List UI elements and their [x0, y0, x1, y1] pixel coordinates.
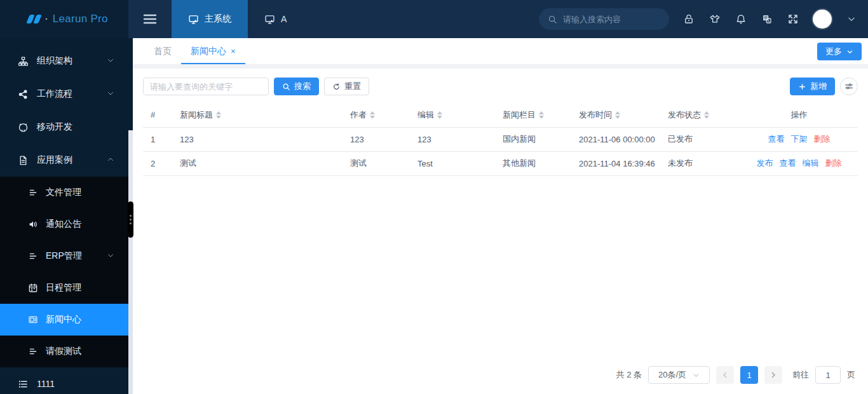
sidebar-drag-handle[interactable]	[128, 201, 133, 238]
column-header-publish_status[interactable]: 发布状态	[660, 103, 740, 127]
column-label: 新闻栏目	[503, 109, 536, 121]
next-page-button[interactable]	[764, 366, 782, 384]
page-tabbar: 首页新闻中心× 更多	[133, 38, 868, 65]
table-header: #新闻标题作者编辑新闻栏目发布时间发布状态操作	[143, 103, 858, 127]
search-icon	[548, 15, 557, 24]
cell-category: 国内新闻	[495, 127, 571, 151]
chevron-down-icon	[846, 48, 853, 55]
calendar-icon	[28, 283, 38, 293]
sidebar-subitem[interactable]: 通知公告	[0, 208, 128, 240]
sidebar-collapse-button[interactable]	[128, 0, 172, 38]
logo-text: Learun Pro	[53, 13, 108, 25]
goto-page-input[interactable]	[815, 366, 841, 384]
sidebar-subitem[interactable]: 新闻中心	[0, 304, 128, 336]
add-button-label: 新增	[810, 81, 827, 92]
notification-bell-icon[interactable]	[735, 13, 747, 25]
global-search-input[interactable]	[563, 15, 660, 24]
app-logo: · Learun Pro	[0, 0, 128, 38]
chevron-right-icon	[770, 371, 777, 379]
sidebar-subitem[interactable]: 日程管理	[0, 272, 128, 304]
column-header-category[interactable]: 新闻栏目	[495, 103, 571, 127]
action-link[interactable]: 查看	[768, 134, 785, 144]
system-tab-1[interactable]: A	[248, 0, 303, 38]
search-button-label: 搜索	[294, 81, 311, 92]
goto-label: 前往	[792, 369, 809, 381]
cell-title: 测试	[172, 151, 342, 175]
more-button[interactable]: 更多	[817, 43, 862, 60]
keyword-input[interactable]	[143, 78, 269, 95]
topbar-actions: 中A	[539, 0, 868, 38]
column-label: 发布时间	[579, 109, 612, 121]
svg-text:A: A	[768, 19, 770, 23]
language-translate-icon[interactable]: 中A	[761, 13, 773, 25]
column-header-publish_time[interactable]: 发布时间	[571, 103, 660, 127]
add-button[interactable]: 新增	[790, 78, 835, 95]
column-header-editor[interactable]: 编辑	[410, 103, 495, 127]
sidebar-subitem[interactable]: 请假测试	[0, 336, 128, 367]
sort-icon[interactable]	[539, 111, 544, 119]
action-link[interactable]: 删除	[814, 134, 831, 144]
page-tab[interactable]: 首页	[144, 38, 181, 64]
sidebar-item[interactable]: 1111	[0, 367, 128, 394]
column-header-actions: 操作	[740, 103, 858, 127]
system-tabs: 主系统A	[172, 0, 303, 38]
github-icon	[18, 122, 29, 133]
more-button-label: 更多	[825, 46, 842, 57]
system-tab-0[interactable]: 主系统	[172, 0, 248, 38]
logo-icon	[28, 15, 40, 24]
chevron-down-icon	[107, 89, 114, 99]
pagination: 共 2 条 20条/页 1 前往 页	[133, 366, 868, 394]
page-tab-label: 首页	[154, 46, 172, 57]
column-header-author[interactable]: 作者	[342, 103, 410, 127]
chevron-up-icon	[107, 155, 114, 165]
cell-publish_time: 2021-11-04 16:39:46	[571, 151, 660, 175]
action-link[interactable]: 删除	[825, 158, 842, 168]
column-label: 操作	[791, 109, 808, 121]
cell-publish_status: 已发布	[660, 127, 740, 151]
filter-sliders-icon	[844, 82, 853, 91]
sidebar-item[interactable]: 组织架构	[0, 44, 128, 78]
global-search[interactable]	[539, 8, 669, 30]
column-filter-button[interactable]	[840, 78, 858, 95]
page-size-value: 20条/页	[658, 369, 686, 381]
page-tab[interactable]: 新闻中心×	[181, 38, 245, 64]
sort-icon[interactable]	[704, 111, 709, 119]
page-number[interactable]: 1	[740, 366, 758, 384]
user-menu-chevron-icon[interactable]	[845, 13, 858, 25]
sidebar-subitem[interactable]: ERP管理	[0, 240, 128, 272]
reset-button[interactable]: 重置	[324, 78, 369, 95]
sort-icon[interactable]	[216, 111, 221, 119]
sidebar-item-label: 工作流程	[37, 88, 72, 100]
page-tab-label: 新闻中心	[191, 46, 226, 57]
lock-icon[interactable]	[682, 13, 695, 25]
search-icon	[282, 83, 290, 91]
sort-icon[interactable]	[370, 111, 375, 119]
sidebar-subitem-label: 请假测试	[46, 346, 81, 357]
main-area: 首页新闻中心× 更多 搜索 重置	[133, 38, 868, 394]
sidebar-subitem[interactable]: 文件管理	[0, 177, 128, 208]
page-tabs: 首页新闻中心×	[144, 38, 245, 64]
sort-icon[interactable]	[437, 111, 442, 119]
prev-page-button[interactable]	[716, 366, 734, 384]
page-size-select[interactable]: 20条/页	[648, 366, 710, 384]
cell-title: 123	[172, 127, 342, 151]
search-button[interactable]: 搜索	[274, 78, 319, 95]
action-link[interactable]: 下架	[791, 134, 808, 144]
sort-icon[interactable]	[615, 111, 620, 119]
user-avatar[interactable]	[813, 10, 832, 29]
action-link[interactable]: 查看	[780, 158, 796, 168]
column-label: 作者	[350, 109, 367, 121]
column-header-title[interactable]: 新闻标题	[172, 103, 342, 127]
close-tab-icon[interactable]: ×	[231, 46, 236, 56]
fullscreen-icon[interactable]	[787, 13, 799, 25]
sidebar-subitem-label: 日程管理	[46, 282, 81, 294]
sidebar-item[interactable]: 工作流程	[0, 78, 128, 111]
theme-tshirt-icon[interactable]	[709, 13, 721, 25]
sidebar-item[interactable]: 移动开发	[0, 111, 128, 144]
action-link[interactable]: 编辑	[803, 158, 819, 168]
cell-author: 123	[342, 127, 410, 151]
column-label: 新闻标题	[180, 109, 213, 121]
sidebar-item[interactable]: 应用案例	[0, 144, 128, 177]
sitemap-icon	[18, 56, 29, 67]
action-link[interactable]: 发布	[757, 158, 773, 168]
